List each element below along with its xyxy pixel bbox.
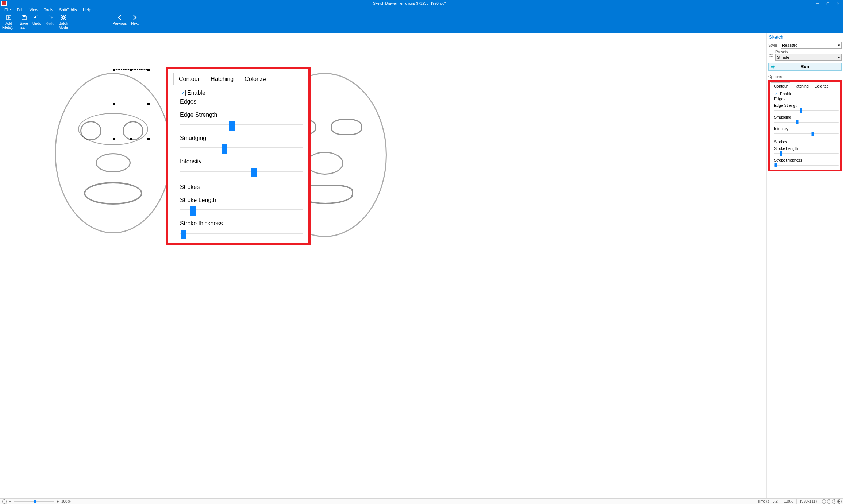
selection-handle-s[interactable] <box>130 138 132 140</box>
stroke-length-label: Stroke Length <box>774 146 839 151</box>
app-icon <box>1 1 7 6</box>
callout-stroke-length-slider[interactable] <box>180 206 303 214</box>
undo-button[interactable]: Undo <box>30 13 43 30</box>
selection-handle-e[interactable] <box>147 103 150 105</box>
run-button[interactable]: ➡ Run <box>768 63 842 71</box>
zoom-in-button[interactable]: + <box>55 499 60 504</box>
titlebar: Sketch Drawer - emotions-371238_1920.jpg… <box>0 0 843 7</box>
minimize-button[interactable]: ─ <box>812 0 823 7</box>
selection-handle-nw[interactable] <box>113 69 115 71</box>
selection-rectangle[interactable] <box>114 69 149 139</box>
callout-intensity-slider[interactable] <box>180 168 303 175</box>
save-as-label: Save as... <box>20 22 28 30</box>
options-callout: Contour Hatching Colorize Enable Edges E… <box>166 67 311 245</box>
options-title: Options <box>768 74 842 79</box>
statusbar: − + 108% Time (s): 3.2 108% 1920x1117 i … <box>0 498 843 504</box>
zoom-control: − + 108% <box>0 499 73 504</box>
presets-select[interactable]: Simple ▾ <box>775 54 842 61</box>
callout-smudging-slider[interactable] <box>180 144 303 152</box>
chevron-down-icon: ▾ <box>838 43 840 48</box>
chevron-down-icon: ▾ <box>838 55 840 60</box>
previous-button[interactable]: Previous <box>110 13 129 26</box>
menu-file[interactable]: File <box>1 7 14 13</box>
canvas-area[interactable]: Contour Hatching Colorize Enable Edges E… <box>0 33 766 498</box>
add-files-button[interactable]: Add File(s)... <box>0 13 18 30</box>
batch-mode-label: Batch Mode <box>59 22 68 30</box>
facebook-icon[interactable]: f <box>827 499 831 504</box>
selection-handle-ne[interactable] <box>147 69 150 71</box>
callout-stroke-length-label: Stroke Length <box>180 197 303 203</box>
callout-enable-checkbox[interactable] <box>180 90 186 96</box>
tab-contour[interactable]: Contour <box>771 82 790 89</box>
callout-smudging-label: Smudging <box>180 135 303 141</box>
next-button[interactable]: Next <box>129 13 141 26</box>
svg-point-7 <box>770 54 771 55</box>
intensity-slider[interactable] <box>774 132 839 136</box>
selection-handle-se[interactable] <box>147 138 150 140</box>
tab-colorize[interactable]: Colorize <box>812 82 832 89</box>
time-status: Time (s): 3.2 <box>754 499 781 504</box>
redo-button[interactable]: Redo <box>43 13 57 30</box>
callout-edge-strength-label: Edge Strength <box>180 112 303 118</box>
close-button[interactable]: ✕ <box>833 0 843 7</box>
ribbon-toolbar: Add File(s)... Save as... Undo Redo Batc… <box>0 13 843 33</box>
presets-label: Presets <box>775 50 842 54</box>
options-panel: Contour Hatching Colorize Enable Edges E… <box>768 80 842 171</box>
callout-tab-colorize[interactable]: Colorize <box>239 73 272 85</box>
zoom-out-button[interactable]: − <box>8 499 12 504</box>
side-panel: Sketch Style Realistic ▾ Presets Simple … <box>766 33 843 498</box>
callout-edge-strength-slider[interactable] <box>180 121 303 128</box>
stroke-length-slider[interactable] <box>774 151 839 156</box>
menu-view[interactable]: View <box>27 7 41 13</box>
edge-strength-slider[interactable] <box>774 108 839 113</box>
save-as-button[interactable]: Save as... <box>18 13 30 30</box>
svg-point-8 <box>771 56 773 57</box>
menu-tools[interactable]: Tools <box>41 7 56 13</box>
arrow-right-icon <box>131 14 138 21</box>
menubar: File Edit View Tools SoftOrbits Help <box>0 7 843 13</box>
svg-rect-3 <box>23 15 25 17</box>
workspace: Contour Hatching Colorize Enable Edges E… <box>0 33 843 498</box>
selection-handle-sw[interactable] <box>113 138 115 140</box>
tab-hatching[interactable]: Hatching <box>790 82 811 89</box>
menu-edit[interactable]: Edit <box>14 7 27 13</box>
gear-icon <box>60 14 67 21</box>
style-value: Realistic <box>782 43 797 47</box>
face-left <box>55 73 172 233</box>
stroke-thickness-slider[interactable] <box>774 163 839 167</box>
options-tabs: Contour Hatching Colorize <box>771 82 839 89</box>
callout-enable-label: Enable <box>187 90 205 96</box>
menu-softorbits[interactable]: SoftOrbits <box>56 7 80 13</box>
smudging-label: Smudging <box>774 115 839 119</box>
style-select[interactable]: Realistic ▾ <box>781 42 842 49</box>
dimensions-status: 1920x1117 <box>796 499 821 504</box>
zoom-slider[interactable] <box>14 499 54 504</box>
undo-icon <box>34 14 40 21</box>
info-icon[interactable]: i <box>822 499 826 504</box>
enable-checkbox[interactable] <box>774 92 778 96</box>
youtube-icon[interactable]: ▶ <box>837 499 842 504</box>
callout-stroke-thickness-slider[interactable] <box>180 230 303 237</box>
previous-label: Previous <box>112 22 127 26</box>
smudging-slider[interactable] <box>774 120 839 124</box>
twitter-icon[interactable]: t <box>832 499 836 504</box>
style-label: Style <box>768 43 779 47</box>
callout-tab-hatching[interactable]: Hatching <box>205 73 239 85</box>
arrow-left-icon <box>116 14 123 21</box>
add-files-icon <box>5 14 12 21</box>
selection-handle-w[interactable] <box>113 103 115 105</box>
callout-tabs: Contour Hatching Colorize <box>173 73 303 85</box>
save-icon <box>21 14 27 21</box>
batch-mode-button[interactable]: Batch Mode <box>57 13 70 30</box>
selection-handle-n[interactable] <box>130 69 132 71</box>
menu-help[interactable]: Help <box>80 7 94 13</box>
social-links: i f t ▶ <box>820 499 843 504</box>
callout-strokes-label: Strokes <box>180 184 303 190</box>
callout-tab-contour[interactable]: Contour <box>173 73 205 85</box>
adjust-icon[interactable] <box>768 53 774 58</box>
edge-strength-label: Edge Strength <box>774 103 839 108</box>
magnifier-icon[interactable] <box>2 499 7 504</box>
enable-label: Enable <box>780 92 792 96</box>
maximize-button[interactable]: ▢ <box>823 0 833 7</box>
zoom-right-status: 108% <box>781 499 796 504</box>
